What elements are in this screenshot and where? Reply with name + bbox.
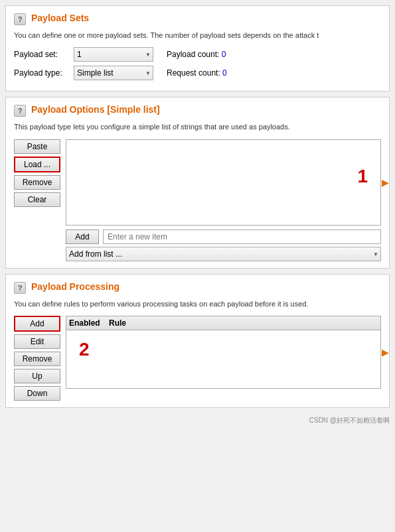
payload-options-title: Payload Options [Simple list] xyxy=(31,104,160,115)
request-count-value: 0 xyxy=(222,68,227,78)
payload-type-label: Payload type: xyxy=(14,68,74,78)
payload-sets-help-icon[interactable]: ? xyxy=(14,13,26,25)
payload-options-body: Paste Load ... Remove Clear ▶ xyxy=(14,139,381,226)
payload-set-row: Payload set: 1 2 3 Payload count: 0 xyxy=(14,47,381,62)
payload-set-select[interactable]: 1 2 3 xyxy=(74,47,153,62)
payload-sets-desc: You can define one or more payload sets.… xyxy=(14,31,381,40)
payload-type-select-wrapper[interactable]: Simple list Runtime file Custom iterator xyxy=(74,66,153,80)
processing-up-button[interactable]: Up xyxy=(14,369,60,383)
processing-table-header: Enabled Rule xyxy=(66,316,380,330)
add-item-input[interactable] xyxy=(103,230,381,244)
processing-table-wrapper: Enabled Rule ▶ 2 xyxy=(66,316,381,389)
processing-body: Add Edit Remove Up Down Enabled Rule ▶ 2 xyxy=(14,316,381,401)
watermark: CSDN @好死不如赖活着啊 xyxy=(0,413,395,428)
clear-button[interactable]: Clear xyxy=(14,192,60,207)
payload-options-section: ? Payload Options [Simple list] This pay… xyxy=(5,97,390,268)
payload-processing-title: Payload Processing xyxy=(31,281,119,292)
payload-type-select[interactable]: Simple list Runtime file Custom iterator xyxy=(74,66,153,80)
payload-processing-desc: You can define rules to perform various … xyxy=(14,299,381,309)
processing-down-button[interactable]: Down xyxy=(14,386,60,401)
processing-table[interactable]: Enabled Rule xyxy=(66,316,381,389)
payload-buttons-column: Paste Load ... Remove Clear xyxy=(14,139,60,207)
payload-options-help-icon[interactable]: ? xyxy=(14,105,26,117)
processing-remove-button[interactable]: Remove xyxy=(14,352,60,366)
payload-processing-header: ? Payload Processing xyxy=(14,281,381,294)
payload-processing-help-icon[interactable]: ? xyxy=(14,282,26,294)
payload-set-label: Payload set: xyxy=(14,50,74,59)
payload-list-box[interactable] xyxy=(66,139,381,226)
processing-add-button[interactable]: Add xyxy=(14,316,60,332)
request-count-label: Request count: 0 xyxy=(167,68,227,78)
processing-edit-button[interactable]: Edit xyxy=(14,334,60,349)
payload-sets-section: ? Payload Sets You can define one or mor… xyxy=(5,5,390,92)
payload-options-desc: This payload type lets you configure a s… xyxy=(14,122,381,132)
payload-arrow-icon: ▶ xyxy=(382,177,389,188)
payload-processing-section: ? Payload Processing You can define rule… xyxy=(5,274,390,408)
col-enabled-header: Enabled xyxy=(69,318,109,328)
add-from-list-select[interactable]: Add from list ... xyxy=(66,247,381,261)
payload-sets-title: Payload Sets xyxy=(31,13,89,23)
add-from-list-wrapper[interactable]: Add from list ... xyxy=(66,247,381,261)
remove-button[interactable]: Remove xyxy=(14,175,60,190)
col-rule-header: Rule xyxy=(109,318,378,328)
paste-button[interactable]: Paste xyxy=(14,139,60,154)
add-button[interactable]: Add xyxy=(66,230,99,244)
payload-list-area: ▶ xyxy=(66,139,381,226)
payload-type-row: Payload type: Simple list Runtime file C… xyxy=(14,66,381,80)
processing-arrow-icon: ▶ xyxy=(382,347,389,358)
payload-set-select-wrapper[interactable]: 1 2 3 xyxy=(74,47,153,62)
payload-options-number-label: 1 xyxy=(357,166,368,187)
payload-sets-header: ? Payload Sets xyxy=(14,13,381,25)
payload-count-value: 0 xyxy=(222,50,226,59)
processing-number-label: 2 xyxy=(79,339,90,360)
processing-buttons-column: Add Edit Remove Up Down xyxy=(14,316,60,401)
add-item-row: Add xyxy=(66,230,381,244)
payload-count-label: Payload count: 0 xyxy=(167,50,226,59)
load-button[interactable]: Load ... xyxy=(14,157,60,172)
payload-options-header: ? Payload Options [Simple list] xyxy=(14,104,381,117)
